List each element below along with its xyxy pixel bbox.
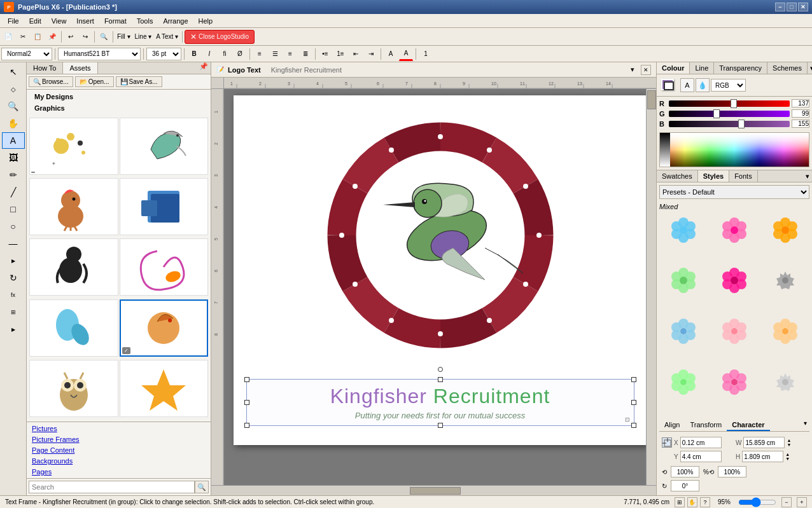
paste-button[interactable]: 📌 [45,30,59,44]
h-input[interactable] [742,451,783,462]
my-designs-nav[interactable]: My Designs [29,91,208,102]
y-input[interactable] [680,451,722,462]
handle-tm[interactable] [438,377,443,382]
font-style-dropdown[interactable]: Normal2 [1,48,52,60]
line-button[interactable]: Line ▾ [133,30,154,44]
style-item-4[interactable] [659,265,708,297]
pictures-link[interactable]: Pictures [29,423,208,434]
rotate-input[interactable] [671,480,699,491]
handle-bm[interactable] [438,423,443,428]
panel-options-icon[interactable]: ▾ [628,65,637,74]
scrollbar-h-thumb[interactable] [410,487,461,495]
maximize-button[interactable]: □ [787,3,797,11]
asset-star-fish[interactable] [120,360,209,417]
style-item-9[interactable] [761,316,809,348]
picture-tool[interactable]: 🖼 [2,149,25,166]
handle-tr[interactable] [631,377,636,382]
asset-blue-shape[interactable] [120,178,209,235]
tab-line[interactable]: Line [690,62,714,74]
color-picker-btn[interactable]: A [680,78,694,92]
bullet-list-button[interactable]: •≡ [318,47,332,61]
handle-tl[interactable] [244,377,249,382]
graphics-nav[interactable]: Graphics [29,102,208,114]
redo-button[interactable]: ↪ [78,30,92,44]
indent-button[interactable]: ⇥ [364,47,378,61]
search-input[interactable] [29,481,195,493]
pen-tool[interactable]: ✏ [2,167,25,183]
rotate-tool[interactable]: ↻ [2,270,25,286]
style-item-12[interactable] [761,366,809,398]
bold-button[interactable]: B [187,47,201,61]
backgrounds-link[interactable]: Backgrounds [29,456,208,466]
pan-tool[interactable]: ✋ [2,115,25,132]
scrollbar-thumb[interactable] [647,90,656,109]
text-button[interactable]: A Text ▾ [154,30,180,44]
logo-text-tab[interactable]: Logo Text [228,66,261,74]
scrollbar-horizontal[interactable] [224,486,646,495]
zoom-slider[interactable] [738,497,776,507]
picture-frames-link[interactable]: Picture Frames [29,434,208,444]
x-input[interactable] [680,437,722,448]
status-btn-3[interactable]: ? [700,497,710,507]
style-item-1[interactable] [659,214,708,246]
page-content-link[interactable]: Page Content [29,445,208,455]
text-options-button[interactable]: A [384,47,398,61]
w-spinner[interactable]: ▲ ▼ [787,438,791,447]
align-right-button[interactable]: ≡ [283,47,297,61]
font-name-dropdown[interactable]: Humanst521 BT [58,48,141,60]
tab-schemes[interactable]: Schemes [767,62,808,74]
asset-bird-dots[interactable]: ✦ [29,118,118,175]
preset-dropdown[interactable]: Presets - Default [659,185,809,199]
zoom-out-btn[interactable]: − [781,497,792,507]
table-tool[interactable]: ⊞ [2,304,25,320]
menu-insert[interactable]: Insert [71,16,99,26]
b-value[interactable] [792,120,809,128]
style-item-5[interactable] [710,265,759,297]
close-panel-button[interactable]: ✕ [641,65,651,75]
menu-arrange[interactable]: Arrange [158,16,193,26]
text-color-button[interactable]: A [399,47,413,61]
new-button[interactable]: 📄 [1,30,15,44]
number-list-button[interactable]: 1≡ [333,47,347,61]
asset-bird-selected[interactable]: ✓ [120,299,209,357]
styles-panel-options[interactable]: ▾ [803,172,812,181]
expand-button[interactable]: ▶ [2,252,25,269]
background-color[interactable] [664,81,674,90]
browse-button[interactable]: 🔍 Browse... [29,76,73,87]
r-value[interactable] [792,99,809,107]
w-input[interactable] [743,437,785,448]
tab-character[interactable]: Character [727,420,769,431]
save-as-button[interactable]: 💾 Save As... [116,76,162,87]
strikethrough-button[interactable]: Ø [233,47,247,61]
node-tool[interactable]: ◇ [2,81,25,97]
menu-format[interactable]: Format [99,16,132,26]
tab-howto[interactable]: How To [27,62,63,74]
fill-button[interactable]: Fill ▾ [115,30,132,44]
menu-edit[interactable]: Edit [24,16,46,26]
tab-colour[interactable]: Colour [657,62,690,74]
line-tool[interactable]: ╱ [2,184,25,200]
style-item-3[interactable] [761,214,809,246]
cut-button[interactable]: ✂ [16,30,30,44]
tab-assets[interactable]: Assets [63,62,97,74]
shape-tool[interactable]: □ [2,201,25,217]
asset-hummingbird[interactable] [120,118,209,175]
menu-file[interactable]: File [3,16,24,26]
panel-options-btn[interactable]: ▾ [808,64,812,72]
zoom-in-btn[interactable]: + [797,497,807,507]
menu-tools[interactable]: Tools [132,16,158,26]
style-item-11[interactable] [710,366,759,398]
asset-water-drops[interactable] [29,299,118,357]
search-button[interactable]: 🔍 [195,481,209,493]
asset-person-stick[interactable] [29,238,118,296]
handle-ml[interactable] [244,400,249,405]
italic-button[interactable]: I [202,47,216,61]
zoom-button[interactable]: 🔍 [97,30,111,44]
g-value[interactable] [792,109,809,118]
style-item-7[interactable] [659,316,708,348]
scrollbar-vertical[interactable] [646,89,656,485]
style-item-6[interactable] [761,265,809,297]
resize-icon[interactable]: ⊡ [625,416,633,424]
font-size-dropdown[interactable]: 36 pt [146,48,181,60]
tab-swatches[interactable]: Swatches [657,170,698,182]
